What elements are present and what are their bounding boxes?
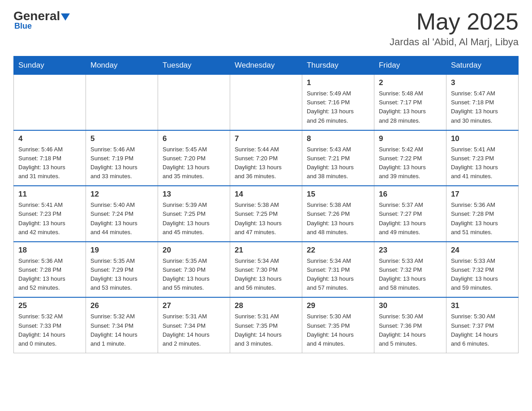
calendar-cell: 1Sunrise: 5:49 AM Sunset: 7:16 PM Daylig…	[302, 75, 374, 130]
day-info: Sunrise: 5:38 AM Sunset: 7:26 PM Dayligh…	[307, 201, 369, 237]
day-number: 3	[451, 78, 514, 87]
calendar-table: Sunday Monday Tuesday Wednesday Thursday…	[13, 56, 519, 353]
day-number: 9	[379, 134, 442, 143]
day-info: Sunrise: 5:41 AM Sunset: 7:23 PM Dayligh…	[451, 145, 514, 181]
day-info: Sunrise: 5:42 AM Sunset: 7:22 PM Dayligh…	[379, 145, 442, 181]
col-saturday: Saturday	[446, 56, 518, 75]
day-info: Sunrise: 5:33 AM Sunset: 7:32 PM Dayligh…	[379, 257, 442, 293]
col-thursday: Thursday	[302, 56, 374, 75]
calendar-cell: 24Sunrise: 5:33 AM Sunset: 7:32 PM Dayli…	[446, 242, 518, 298]
page-header: General Blue May 2025 Jardas al 'Abid, A…	[13, 9, 519, 48]
day-number: 23	[379, 246, 442, 255]
day-info: Sunrise: 5:39 AM Sunset: 7:25 PM Dayligh…	[163, 201, 225, 237]
day-info: Sunrise: 5:43 AM Sunset: 7:21 PM Dayligh…	[307, 145, 369, 181]
day-info: Sunrise: 5:31 AM Sunset: 7:34 PM Dayligh…	[163, 312, 225, 348]
day-info: Sunrise: 5:44 AM Sunset: 7:20 PM Dayligh…	[235, 145, 297, 181]
calendar-week-row: 18Sunrise: 5:36 AM Sunset: 7:28 PM Dayli…	[14, 242, 519, 298]
day-number: 11	[18, 190, 81, 199]
calendar-cell: 26Sunrise: 5:32 AM Sunset: 7:34 PM Dayli…	[86, 297, 158, 353]
day-number: 25	[18, 301, 81, 310]
day-info: Sunrise: 5:38 AM Sunset: 7:25 PM Dayligh…	[235, 201, 297, 237]
logo: General Blue	[13, 9, 70, 31]
calendar-cell: 14Sunrise: 5:38 AM Sunset: 7:25 PM Dayli…	[230, 186, 302, 242]
day-number: 5	[90, 134, 153, 143]
calendar-cell: 8Sunrise: 5:43 AM Sunset: 7:21 PM Daylig…	[302, 130, 374, 186]
day-info: Sunrise: 5:36 AM Sunset: 7:28 PM Dayligh…	[451, 201, 514, 237]
day-number: 31	[451, 301, 514, 310]
day-number: 15	[307, 190, 369, 199]
day-number: 18	[18, 246, 81, 255]
calendar-cell: 17Sunrise: 5:36 AM Sunset: 7:28 PM Dayli…	[446, 186, 518, 242]
day-info: Sunrise: 5:30 AM Sunset: 7:35 PM Dayligh…	[307, 312, 369, 348]
calendar-cell: 4Sunrise: 5:46 AM Sunset: 7:18 PM Daylig…	[14, 130, 86, 186]
day-number: 22	[307, 246, 369, 255]
day-info: Sunrise: 5:48 AM Sunset: 7:17 PM Dayligh…	[379, 89, 442, 125]
day-number: 16	[379, 190, 442, 199]
svg-marker-0	[61, 13, 70, 21]
calendar-week-row: 4Sunrise: 5:46 AM Sunset: 7:18 PM Daylig…	[14, 130, 519, 186]
day-number: 7	[235, 134, 297, 143]
logo-arrow-icon	[61, 13, 70, 21]
day-number: 12	[90, 190, 153, 199]
day-number: 14	[235, 190, 297, 199]
day-number: 20	[163, 246, 225, 255]
calendar-week-row: 25Sunrise: 5:32 AM Sunset: 7:33 PM Dayli…	[14, 297, 519, 353]
day-info: Sunrise: 5:32 AM Sunset: 7:34 PM Dayligh…	[90, 312, 153, 348]
day-number: 24	[451, 246, 514, 255]
col-friday: Friday	[374, 56, 446, 75]
logo-blue-text: Blue	[14, 21, 70, 31]
calendar-cell	[158, 75, 230, 130]
calendar-cell: 29Sunrise: 5:30 AM Sunset: 7:35 PM Dayli…	[302, 297, 374, 353]
calendar-cell: 19Sunrise: 5:35 AM Sunset: 7:29 PM Dayli…	[86, 242, 158, 298]
col-wednesday: Wednesday	[230, 56, 302, 75]
calendar-cell: 31Sunrise: 5:30 AM Sunset: 7:37 PM Dayli…	[446, 297, 518, 353]
calendar-cell: 6Sunrise: 5:45 AM Sunset: 7:20 PM Daylig…	[158, 130, 230, 186]
calendar-cell: 15Sunrise: 5:38 AM Sunset: 7:26 PM Dayli…	[302, 186, 374, 242]
calendar-cell: 3Sunrise: 5:47 AM Sunset: 7:18 PM Daylig…	[446, 75, 518, 130]
col-sunday: Sunday	[14, 56, 86, 75]
day-info: Sunrise: 5:41 AM Sunset: 7:23 PM Dayligh…	[18, 201, 81, 237]
day-info: Sunrise: 5:34 AM Sunset: 7:30 PM Dayligh…	[235, 257, 297, 293]
day-info: Sunrise: 5:35 AM Sunset: 7:29 PM Dayligh…	[90, 257, 153, 293]
day-number: 21	[235, 246, 297, 255]
month-title: May 2025	[390, 9, 519, 34]
calendar-cell: 28Sunrise: 5:31 AM Sunset: 7:35 PM Dayli…	[230, 297, 302, 353]
day-number: 17	[451, 190, 514, 199]
calendar-cell: 13Sunrise: 5:39 AM Sunset: 7:25 PM Dayli…	[158, 186, 230, 242]
day-number: 29	[307, 301, 369, 310]
day-info: Sunrise: 5:40 AM Sunset: 7:24 PM Dayligh…	[90, 201, 153, 237]
calendar-cell: 16Sunrise: 5:37 AM Sunset: 7:27 PM Dayli…	[374, 186, 446, 242]
calendar-cell: 25Sunrise: 5:32 AM Sunset: 7:33 PM Dayli…	[14, 297, 86, 353]
calendar-cell: 12Sunrise: 5:40 AM Sunset: 7:24 PM Dayli…	[86, 186, 158, 242]
col-tuesday: Tuesday	[158, 56, 230, 75]
day-number: 13	[163, 190, 225, 199]
calendar-cell: 30Sunrise: 5:30 AM Sunset: 7:36 PM Dayli…	[374, 297, 446, 353]
calendar-week-row: 11Sunrise: 5:41 AM Sunset: 7:23 PM Dayli…	[14, 186, 519, 242]
day-info: Sunrise: 5:45 AM Sunset: 7:20 PM Dayligh…	[163, 145, 225, 181]
day-number: 1	[307, 78, 369, 87]
day-number: 4	[18, 134, 81, 143]
day-number: 27	[163, 301, 225, 310]
day-number: 2	[379, 78, 442, 87]
calendar-cell	[230, 75, 302, 130]
day-info: Sunrise: 5:33 AM Sunset: 7:32 PM Dayligh…	[451, 257, 514, 293]
calendar-cell: 5Sunrise: 5:46 AM Sunset: 7:19 PM Daylig…	[86, 130, 158, 186]
day-info: Sunrise: 5:35 AM Sunset: 7:30 PM Dayligh…	[163, 257, 225, 293]
day-info: Sunrise: 5:37 AM Sunset: 7:27 PM Dayligh…	[379, 201, 442, 237]
title-block: May 2025 Jardas al 'Abid, Al Marj, Libya	[390, 9, 519, 48]
calendar-cell: 23Sunrise: 5:33 AM Sunset: 7:32 PM Dayli…	[374, 242, 446, 298]
day-info: Sunrise: 5:30 AM Sunset: 7:36 PM Dayligh…	[379, 312, 442, 348]
calendar-cell: 18Sunrise: 5:36 AM Sunset: 7:28 PM Dayli…	[14, 242, 86, 298]
day-info: Sunrise: 5:34 AM Sunset: 7:31 PM Dayligh…	[307, 257, 369, 293]
day-info: Sunrise: 5:31 AM Sunset: 7:35 PM Dayligh…	[235, 312, 297, 348]
calendar-cell	[14, 75, 86, 130]
day-number: 10	[451, 134, 514, 143]
calendar-week-row: 1Sunrise: 5:49 AM Sunset: 7:16 PM Daylig…	[14, 75, 519, 130]
calendar-cell: 9Sunrise: 5:42 AM Sunset: 7:22 PM Daylig…	[374, 130, 446, 186]
day-info: Sunrise: 5:46 AM Sunset: 7:18 PM Dayligh…	[18, 145, 81, 181]
calendar-cell: 21Sunrise: 5:34 AM Sunset: 7:30 PM Dayli…	[230, 242, 302, 298]
calendar-cell: 10Sunrise: 5:41 AM Sunset: 7:23 PM Dayli…	[446, 130, 518, 186]
calendar-cell	[86, 75, 158, 130]
day-info: Sunrise: 5:46 AM Sunset: 7:19 PM Dayligh…	[90, 145, 153, 181]
day-info: Sunrise: 5:30 AM Sunset: 7:37 PM Dayligh…	[451, 312, 514, 348]
